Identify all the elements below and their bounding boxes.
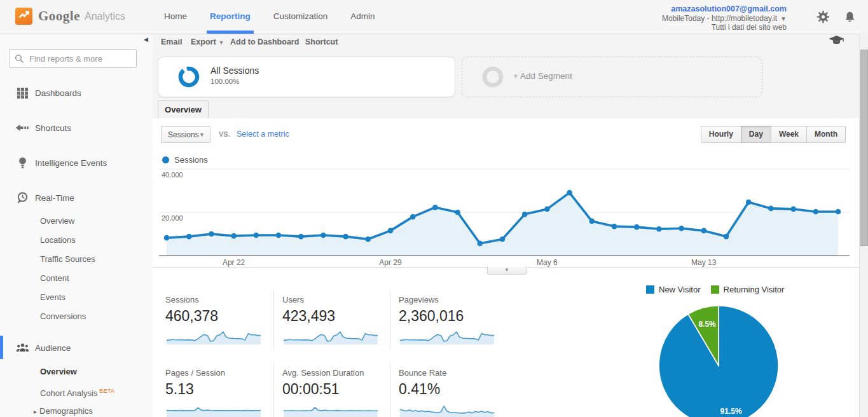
- segment-donut-icon: [177, 65, 200, 91]
- new-visitor-swatch-icon: [646, 285, 654, 294]
- google-analytics-logo[interactable]: Google Analytics: [15, 8, 125, 25]
- granularity-switcher: Hourly Day Week Month: [701, 126, 846, 143]
- svg-text:91.5%: 91.5%: [720, 407, 742, 416]
- svg-text:40,000: 40,000: [162, 171, 183, 179]
- pageviews-sparkline: [399, 329, 495, 345]
- account-chevron-down-icon[interactable]: ▼: [780, 15, 787, 22]
- sidebar-item-real-time[interactable]: Real-Time: [0, 188, 153, 207]
- scrollbar-thumb[interactable]: [860, 50, 868, 246]
- people-icon: [15, 343, 29, 352]
- add-segment-label: + Add Segment: [513, 71, 572, 81]
- report-header-band: ◀ Email Export▼ Add to Dashboard Shortcu…: [153, 34, 860, 119]
- sidebar-item-traffic-sources[interactable]: Traffic Sources: [0, 250, 153, 268]
- sessions-legend-label: Sessions: [174, 155, 208, 165]
- chart-collapse-button[interactable]: ▼: [487, 267, 527, 275]
- active-section-indicator: [0, 336, 3, 359]
- bounce-rate-sparkline: [399, 402, 495, 417]
- tab-overview[interactable]: Overview: [158, 100, 209, 119]
- sidebar-item-cohort-analysis[interactable]: Cohort AnalysisBETA: [0, 382, 153, 400]
- legend-new-visitor: New Visitor: [646, 285, 701, 294]
- nav-home[interactable]: Home: [153, 0, 198, 34]
- svg-text:Apr 22: Apr 22: [223, 258, 245, 267]
- metric-card-pages-per-session[interactable]: Pages / Session 5.13: [165, 364, 273, 417]
- nav-reporting[interactable]: Reporting: [198, 0, 262, 34]
- search-icon: [15, 54, 24, 66]
- expand-arrow-icon: ▸: [34, 408, 37, 415]
- beta-badge: BETA: [99, 388, 114, 394]
- nav-admin[interactable]: Admin: [339, 0, 386, 34]
- svg-text:20,000: 20,000: [162, 214, 183, 222]
- sessions-line-chart[interactable]: 20,00040,000Apr 22Apr 29May 6May 13: [159, 168, 850, 268]
- sidebar-item-realtime-overview[interactable]: Overview: [0, 212, 153, 230]
- account-info[interactable]: amazasolution007@gmail.com MobileToday -…: [662, 5, 787, 32]
- select-metric-link[interactable]: Select a metric: [237, 130, 289, 139]
- svg-text:8.5%: 8.5%: [698, 320, 716, 329]
- segment-percent: 100.00%: [210, 78, 239, 85]
- main-navigation: Home Reporting Customization Admin: [153, 0, 387, 34]
- vertical-scrollbar[interactable]: [859, 34, 868, 417]
- metric-card-sessions[interactable]: Sessions 460,378: [165, 291, 273, 348]
- pages-session-sparkline: [165, 402, 262, 417]
- logo-product-text: Analytics: [85, 11, 125, 22]
- sidebar-item-dashboards[interactable]: Dashboards: [0, 83, 153, 102]
- realtime-clock-icon: [15, 192, 29, 204]
- summary-metrics: Sessions 460,378 Users 423,493 Pageviews…: [165, 291, 506, 417]
- search-input[interactable]: [28, 50, 132, 67]
- granularity-week-button[interactable]: Week: [771, 126, 807, 143]
- segment-title: All Sessions: [210, 65, 259, 76]
- sidebar-item-audience-overview[interactable]: Overview: [0, 363, 153, 381]
- svg-text:May 13: May 13: [691, 258, 717, 267]
- metric-card-users[interactable]: Users 423,493: [273, 291, 390, 348]
- granularity-day-button[interactable]: Day: [741, 126, 771, 143]
- segment-all-sessions[interactable]: All Sessions 100.00%: [158, 57, 455, 97]
- users-sparkline: [282, 329, 379, 345]
- sidebar-item-intelligence-events[interactable]: Intelligence Events: [0, 153, 153, 172]
- pie-legend: New Visitor Returning Visitor: [646, 285, 856, 294]
- sidebar-item-conversions[interactable]: Conversions: [0, 308, 153, 325]
- visitor-type-section: New Visitor Returning Visitor 91.5%8.5%: [646, 285, 856, 417]
- account-email[interactable]: amazasolution007@gmail.com: [662, 5, 787, 13]
- add-to-dashboard-button[interactable]: Add to Dashboard: [230, 34, 299, 50]
- settings-gear-icon[interactable]: [816, 10, 830, 26]
- sidebar-item-shortcuts[interactable]: Shortcuts: [0, 118, 153, 137]
- returning-visitor-swatch-icon: [711, 285, 719, 294]
- add-segment-button[interactable]: + Add Segment: [462, 57, 762, 97]
- vs-label: VS.: [219, 130, 230, 138]
- sessions-legend-dot-icon: [162, 156, 169, 163]
- account-property[interactable]: MobileToday - http://mobiletoday.it▼: [662, 15, 787, 23]
- granularity-hourly-button[interactable]: Hourly: [701, 126, 741, 143]
- svg-text:May 6: May 6: [537, 258, 558, 267]
- dashboards-grid-icon: [15, 88, 29, 99]
- metric-card-pageviews[interactable]: Pageviews 2,360,016: [390, 291, 506, 348]
- sessions-sparkline: [165, 329, 262, 345]
- sidebar-item-events[interactable]: Events: [0, 289, 153, 306]
- report-content: Sessions▼ VS. Select a metric Hourly Day…: [153, 118, 860, 417]
- analytics-logo-icon: [15, 8, 32, 25]
- sidebar-item-audience[interactable]: Audience: [0, 338, 153, 357]
- sidebar-collapse-icon[interactable]: ◀: [144, 36, 148, 43]
- logo-brand-text: Google: [38, 8, 80, 24]
- sidebar: Dashboards Shortcuts Intelligence Events…: [0, 34, 153, 417]
- export-button[interactable]: Export▼: [191, 34, 224, 50]
- metric-dropdown[interactable]: Sessions▼: [161, 126, 210, 143]
- sidebar-item-demographics[interactable]: ▸Demographics: [0, 402, 153, 417]
- nav-customization[interactable]: Customization: [262, 0, 340, 34]
- active-tab-underline: [207, 31, 254, 34]
- legend-returning-visitor: Returning Visitor: [711, 285, 785, 294]
- shortcuts-arrow-icon: [15, 124, 29, 132]
- shortcut-button[interactable]: Shortcut: [305, 34, 338, 50]
- report-search-box[interactable]: [10, 49, 137, 68]
- sidebar-item-content[interactable]: Content: [0, 270, 153, 287]
- chevron-down-icon: ▼: [219, 39, 224, 46]
- avg-duration-sparkline: [282, 402, 379, 417]
- notifications-bell-icon[interactable]: [843, 10, 857, 26]
- visitor-type-pie-chart[interactable]: 91.5%8.5%: [656, 303, 781, 417]
- top-app-bar: Google Analytics Home Reporting Customiz…: [0, 0, 868, 34]
- metric-card-bounce-rate[interactable]: Bounce Rate 0.41%: [390, 364, 506, 417]
- metric-card-avg-session-duration[interactable]: Avg. Session Duration 00:00:51: [273, 364, 390, 417]
- sidebar-item-locations[interactable]: Locations: [0, 231, 153, 249]
- education-graduation-cap-icon[interactable]: [829, 36, 844, 48]
- chevron-down-icon: ▼: [199, 126, 205, 143]
- email-button[interactable]: Email: [161, 34, 182, 50]
- granularity-month-button[interactable]: Month: [806, 126, 846, 143]
